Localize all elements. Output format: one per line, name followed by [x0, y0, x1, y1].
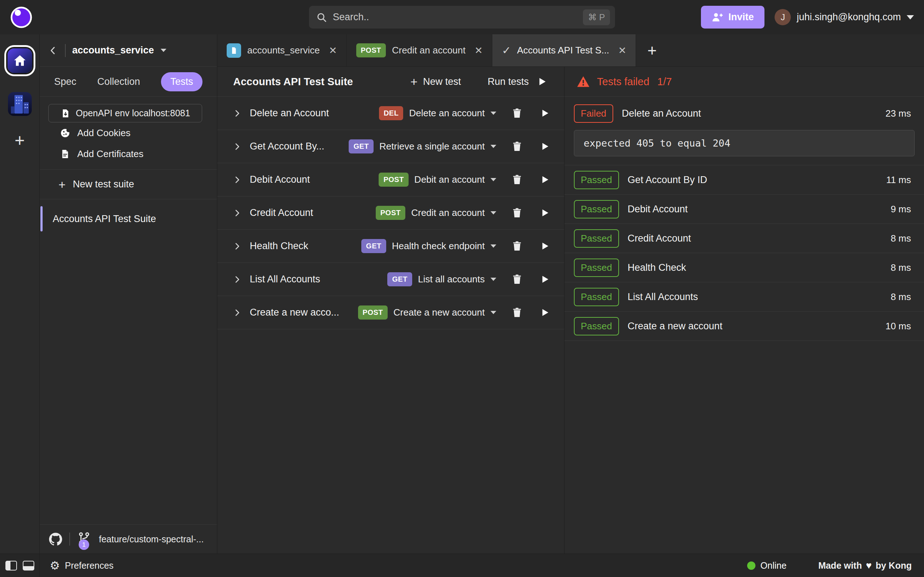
status-badge: Failed [574, 104, 613, 123]
tab-spec[interactable]: Spec [54, 76, 77, 87]
add-organization-button[interactable]: + [14, 132, 24, 149]
test-row[interactable]: List All Accounts GET List all accounts [217, 263, 564, 296]
close-icon[interactable]: ✕ [475, 45, 483, 56]
new-test-button[interactable]: + New test [410, 76, 461, 88]
back-chevron-icon[interactable] [48, 45, 58, 56]
result-row[interactable]: Passed List All Accounts 8 ms [564, 282, 924, 312]
tab-label: accounts_service [247, 45, 320, 56]
chevron-right-icon[interactable] [233, 175, 242, 184]
delete-test-button[interactable] [511, 141, 523, 152]
workspace-name[interactable]: accounts_service [72, 45, 154, 56]
chevron-right-icon[interactable] [233, 109, 242, 118]
run-test-button[interactable] [540, 241, 550, 251]
tab-label: Accounts API Test S... [517, 45, 609, 56]
chevron-right-icon[interactable] [233, 308, 242, 318]
test-row[interactable]: Credit Account POST Credit an account [217, 197, 564, 230]
run-test-button[interactable] [540, 142, 550, 151]
new-tab-button[interactable]: + [636, 34, 668, 66]
result-row[interactable]: Passed Get Account By ID 11 ms [564, 165, 924, 195]
test-row[interactable]: Get Account By... GET Retrieve a single … [217, 130, 564, 163]
git-sync-bar: 1 feature/custom-spectral-... [40, 524, 217, 553]
close-icon[interactable]: ✕ [618, 45, 627, 56]
account-menu[interactable]: J juhi.singh@konghq.com [775, 9, 914, 25]
delete-test-button[interactable] [511, 307, 523, 318]
result-name: Get Account By ID [628, 174, 707, 185]
test-name: Delete an Account [250, 108, 329, 119]
request-selector[interactable]: GET Health check endpoint [361, 239, 496, 253]
online-status[interactable]: Online [747, 560, 786, 571]
request-selector[interactable]: POST Credit an account [376, 206, 496, 220]
sidebar-item-test-suite[interactable]: Accounts API Test Suite [40, 205, 217, 233]
run-test-button[interactable] [540, 208, 550, 218]
chevron-down-icon [490, 178, 496, 181]
run-test-button[interactable] [540, 108, 550, 118]
delete-test-button[interactable] [511, 207, 523, 218]
chevron-down-icon[interactable] [161, 49, 166, 52]
result-row[interactable]: Failed Delete an Account 23 ms [564, 103, 924, 124]
delete-test-button[interactable] [511, 240, 523, 251]
preferences-label: Preferences [65, 560, 114, 571]
run-tests-button[interactable]: Run tests [488, 76, 547, 87]
git-branch-name[interactable]: feature/custom-spectral-... [99, 534, 204, 545]
github-icon[interactable] [49, 533, 62, 546]
topbar: ⌘ P Invite J juhi.singh@konghq.com [0, 0, 924, 34]
run-test-button[interactable] [540, 274, 550, 284]
heart-icon: ♥ [866, 560, 872, 571]
test-row[interactable]: Health Check GET Health check endpoint [217, 230, 564, 263]
request-selector[interactable]: GET List all accounts [387, 272, 496, 286]
new-test-suite-button[interactable]: + New test suite [40, 170, 217, 199]
spacer [40, 238, 217, 524]
chevron-right-icon[interactable] [233, 242, 242, 251]
result-row[interactable]: Passed Debit Account 9 ms [564, 195, 924, 224]
delete-test-button[interactable] [511, 108, 523, 119]
chevron-right-icon[interactable] [233, 275, 242, 284]
search-input[interactable] [333, 11, 577, 23]
organization-avatar[interactable] [8, 92, 32, 116]
result-row[interactable]: Passed Credit Account 8 ms [564, 224, 924, 253]
run-test-button[interactable] [540, 308, 550, 318]
git-branch-icon[interactable]: 1 [77, 531, 92, 547]
request-selector[interactable]: POST Debit an account [379, 172, 496, 187]
environment-button[interactable]: OpenAPI env localhost:8081 [48, 104, 202, 122]
request-selector[interactable]: GET Retrieve a single account [349, 139, 496, 153]
play-icon [537, 77, 547, 87]
home-button[interactable] [8, 48, 32, 73]
tab-credit-an-account[interactable]: POST Credit an account ✕ [347, 34, 493, 66]
tab-accounts-api-test-suite[interactable]: ✓ Accounts API Test S... ✕ [492, 34, 636, 66]
panel-toggles [0, 554, 40, 577]
suite-title: Accounts API Test Suite [233, 76, 353, 88]
delete-test-button[interactable] [511, 174, 523, 185]
chevron-right-icon[interactable] [233, 208, 242, 218]
request-selector[interactable]: POST Create a new account [358, 305, 496, 319]
preferences-button[interactable]: ⚙ Preferences [50, 560, 114, 571]
tab-bar: accounts_service ✕ POST Credit an accoun… [217, 34, 924, 67]
tab-collection[interactable]: Collection [97, 76, 140, 87]
request-label: Debit an account [415, 174, 485, 185]
add-cookies-label: Add Cookies [77, 127, 130, 139]
global-search[interactable]: ⌘ P [309, 6, 615, 29]
result-row[interactable]: Passed Create a new account 10 ms [564, 312, 924, 341]
test-row[interactable]: Delete an Account DEL Delete an account [217, 97, 564, 130]
invite-button[interactable]: Invite [701, 6, 765, 29]
insomnia-app: ⌘ P Invite J juhi.singh@konghq.com [0, 0, 924, 577]
tab-tests[interactable]: Tests [161, 72, 202, 91]
request-label: Delete an account [409, 108, 485, 119]
plus-icon: + [58, 178, 66, 191]
result-time: 8 ms [891, 233, 911, 244]
request-selector[interactable]: DEL Delete an account [379, 106, 496, 120]
add-cookies-link[interactable]: Add Cookies [40, 122, 217, 143]
test-row[interactable]: Debit Account POST Debit an account [217, 163, 564, 197]
toggle-bottom-panel-icon[interactable] [23, 561, 34, 571]
test-row[interactable]: Create a new acco... POST Create a new a… [217, 296, 564, 329]
toggle-left-panel-icon[interactable] [5, 561, 17, 571]
run-test-button[interactable] [540, 175, 550, 184]
result-row[interactable]: Passed Health Check 8 ms [564, 253, 924, 282]
close-icon[interactable]: ✕ [329, 45, 337, 56]
insomnia-logo-icon[interactable] [10, 6, 32, 29]
result-name: Credit Account [628, 233, 691, 244]
tab-accounts-service[interactable]: accounts_service ✕ [217, 34, 347, 66]
add-certificates-link[interactable]: Add Certificates [40, 143, 217, 164]
gear-icon: ⚙ [50, 560, 60, 571]
delete-test-button[interactable] [511, 274, 523, 285]
chevron-right-icon[interactable] [233, 142, 242, 151]
